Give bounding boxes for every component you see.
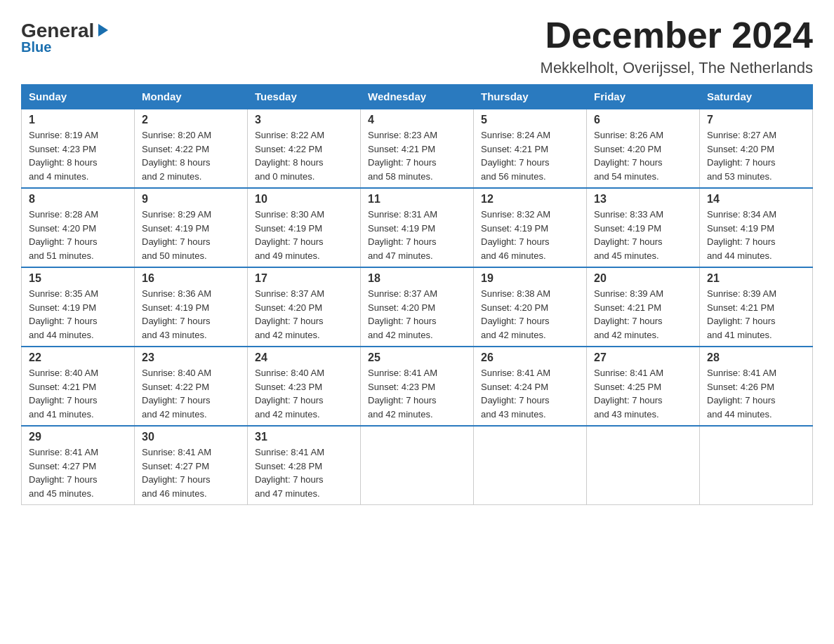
day-number: 2: [142, 114, 240, 126]
day-info: Sunrise: 8:37 AMSunset: 4:20 PMDaylight:…: [255, 287, 353, 342]
calendar-day-18: 18Sunrise: 8:37 AMSunset: 4:20 PMDayligh…: [361, 267, 474, 347]
day-number: 20: [594, 272, 692, 285]
calendar-day-11: 11Sunrise: 8:31 AMSunset: 4:19 PMDayligh…: [361, 188, 474, 267]
calendar-header-row: SundayMondayTuesdayWednesdayThursdayFrid…: [22, 85, 813, 109]
day-number: 18: [368, 272, 466, 285]
day-number: 30: [142, 431, 240, 443]
day-number: 7: [707, 114, 805, 126]
calendar-week-row: 8Sunrise: 8:28 AMSunset: 4:20 PMDaylight…: [22, 188, 813, 267]
day-info: Sunrise: 8:36 AMSunset: 4:19 PMDaylight:…: [142, 287, 240, 342]
day-info: Sunrise: 8:40 AMSunset: 4:21 PMDaylight:…: [29, 366, 127, 421]
day-number: 17: [255, 272, 353, 285]
day-number: 31: [255, 431, 353, 443]
calendar-day-3: 3Sunrise: 8:22 AMSunset: 4:22 PMDaylight…: [248, 109, 361, 188]
day-number: 13: [594, 193, 692, 206]
calendar-header-thursday: Thursday: [474, 85, 587, 109]
calendar-empty-cell: [474, 426, 587, 505]
day-info: Sunrise: 8:37 AMSunset: 4:20 PMDaylight:…: [368, 287, 466, 342]
day-info: Sunrise: 8:27 AMSunset: 4:20 PMDaylight:…: [707, 128, 805, 183]
day-number: 24: [255, 351, 353, 364]
day-number: 27: [594, 351, 692, 364]
day-number: 1: [29, 114, 127, 126]
calendar-day-15: 15Sunrise: 8:35 AMSunset: 4:19 PMDayligh…: [22, 267, 135, 347]
day-info: Sunrise: 8:28 AMSunset: 4:20 PMDaylight:…: [29, 208, 127, 262]
day-info: Sunrise: 8:19 AMSunset: 4:23 PMDaylight:…: [29, 128, 127, 183]
calendar-header-wednesday: Wednesday: [361, 85, 474, 109]
day-number: 16: [142, 272, 240, 285]
day-info: Sunrise: 8:39 AMSunset: 4:21 PMDaylight:…: [707, 287, 805, 342]
day-info: Sunrise: 8:38 AMSunset: 4:20 PMDaylight:…: [481, 287, 579, 342]
calendar-table: SundayMondayTuesdayWednesdayThursdayFrid…: [21, 84, 813, 505]
calendar-week-row: 15Sunrise: 8:35 AMSunset: 4:19 PMDayligh…: [22, 267, 813, 347]
calendar-day-27: 27Sunrise: 8:41 AMSunset: 4:25 PMDayligh…: [587, 347, 700, 426]
logo-blue-text: Blue: [21, 39, 51, 55]
day-number: 9: [142, 193, 240, 206]
day-number: 22: [29, 351, 127, 364]
calendar-day-16: 16Sunrise: 8:36 AMSunset: 4:19 PMDayligh…: [135, 267, 248, 347]
calendar-day-14: 14Sunrise: 8:34 AMSunset: 4:19 PMDayligh…: [700, 188, 813, 267]
day-info: Sunrise: 8:32 AMSunset: 4:19 PMDaylight:…: [481, 208, 579, 262]
day-info: Sunrise: 8:41 AMSunset: 4:27 PMDaylight:…: [142, 445, 240, 500]
calendar-day-6: 6Sunrise: 8:26 AMSunset: 4:20 PMDaylight…: [587, 109, 700, 188]
day-number: 23: [142, 351, 240, 364]
calendar-week-row: 29Sunrise: 8:41 AMSunset: 4:27 PMDayligh…: [22, 426, 813, 505]
page-header: General Blue December 2024 Mekkelholt, O…: [21, 14, 813, 77]
calendar-header-sunday: Sunday: [22, 85, 135, 109]
calendar-day-9: 9Sunrise: 8:29 AMSunset: 4:19 PMDaylight…: [135, 188, 248, 267]
svg-marker-0: [98, 24, 108, 36]
calendar-empty-cell: [700, 426, 813, 505]
day-number: 8: [29, 193, 127, 206]
calendar-day-10: 10Sunrise: 8:30 AMSunset: 4:19 PMDayligh…: [248, 188, 361, 267]
day-info: Sunrise: 8:29 AMSunset: 4:19 PMDaylight:…: [142, 208, 240, 262]
day-number: 5: [481, 114, 579, 126]
day-number: 4: [368, 114, 466, 126]
calendar-day-24: 24Sunrise: 8:40 AMSunset: 4:23 PMDayligh…: [248, 347, 361, 426]
day-info: Sunrise: 8:41 AMSunset: 4:28 PMDaylight:…: [255, 445, 353, 500]
day-info: Sunrise: 8:35 AMSunset: 4:19 PMDaylight:…: [29, 287, 127, 342]
calendar-day-4: 4Sunrise: 8:23 AMSunset: 4:21 PMDaylight…: [361, 109, 474, 188]
calendar-day-12: 12Sunrise: 8:32 AMSunset: 4:19 PMDayligh…: [474, 188, 587, 267]
day-info: Sunrise: 8:23 AMSunset: 4:21 PMDaylight:…: [368, 128, 466, 183]
subtitle: Mekkelholt, Overijssel, The Netherlands: [541, 59, 813, 77]
day-info: Sunrise: 8:22 AMSunset: 4:22 PMDaylight:…: [255, 128, 353, 183]
day-number: 10: [255, 193, 353, 206]
day-info: Sunrise: 8:24 AMSunset: 4:21 PMDaylight:…: [481, 128, 579, 183]
calendar-header-saturday: Saturday: [700, 85, 813, 109]
calendar-week-row: 1Sunrise: 8:19 AMSunset: 4:23 PMDaylight…: [22, 109, 813, 188]
calendar-day-26: 26Sunrise: 8:41 AMSunset: 4:24 PMDayligh…: [474, 347, 587, 426]
calendar-day-21: 21Sunrise: 8:39 AMSunset: 4:21 PMDayligh…: [700, 267, 813, 347]
calendar-day-28: 28Sunrise: 8:41 AMSunset: 4:26 PMDayligh…: [700, 347, 813, 426]
day-number: 19: [481, 272, 579, 285]
day-number: 3: [255, 114, 353, 126]
calendar-day-20: 20Sunrise: 8:39 AMSunset: 4:21 PMDayligh…: [587, 267, 700, 347]
calendar-day-17: 17Sunrise: 8:37 AMSunset: 4:20 PMDayligh…: [248, 267, 361, 347]
calendar-day-22: 22Sunrise: 8:40 AMSunset: 4:21 PMDayligh…: [22, 347, 135, 426]
title-block: December 2024 Mekkelholt, Overijssel, Th…: [541, 14, 813, 77]
day-number: 25: [368, 351, 466, 364]
day-info: Sunrise: 8:31 AMSunset: 4:19 PMDaylight:…: [368, 208, 466, 262]
calendar-header-friday: Friday: [587, 85, 700, 109]
main-title: December 2024: [541, 14, 813, 56]
day-info: Sunrise: 8:26 AMSunset: 4:20 PMDaylight:…: [594, 128, 692, 183]
calendar-header-tuesday: Tuesday: [248, 85, 361, 109]
calendar-day-13: 13Sunrise: 8:33 AMSunset: 4:19 PMDayligh…: [587, 188, 700, 267]
day-number: 29: [29, 431, 127, 443]
logo-general-text: General: [21, 21, 94, 41]
day-number: 26: [481, 351, 579, 364]
calendar-empty-cell: [587, 426, 700, 505]
logo: General Blue: [21, 21, 111, 55]
day-number: 14: [707, 193, 805, 206]
calendar-day-31: 31Sunrise: 8:41 AMSunset: 4:28 PMDayligh…: [248, 426, 361, 505]
calendar-day-23: 23Sunrise: 8:40 AMSunset: 4:22 PMDayligh…: [135, 347, 248, 426]
day-number: 15: [29, 272, 127, 285]
day-info: Sunrise: 8:34 AMSunset: 4:19 PMDaylight:…: [707, 208, 805, 262]
day-info: Sunrise: 8:41 AMSunset: 4:26 PMDaylight:…: [707, 366, 805, 421]
calendar-week-row: 22Sunrise: 8:40 AMSunset: 4:21 PMDayligh…: [22, 347, 813, 426]
calendar-empty-cell: [361, 426, 474, 505]
calendar-header-monday: Monday: [135, 85, 248, 109]
day-info: Sunrise: 8:30 AMSunset: 4:19 PMDaylight:…: [255, 208, 353, 262]
calendar-day-2: 2Sunrise: 8:20 AMSunset: 4:22 PMDaylight…: [135, 109, 248, 188]
day-info: Sunrise: 8:33 AMSunset: 4:19 PMDaylight:…: [594, 208, 692, 262]
calendar-day-8: 8Sunrise: 8:28 AMSunset: 4:20 PMDaylight…: [22, 188, 135, 267]
calendar-day-19: 19Sunrise: 8:38 AMSunset: 4:20 PMDayligh…: [474, 267, 587, 347]
